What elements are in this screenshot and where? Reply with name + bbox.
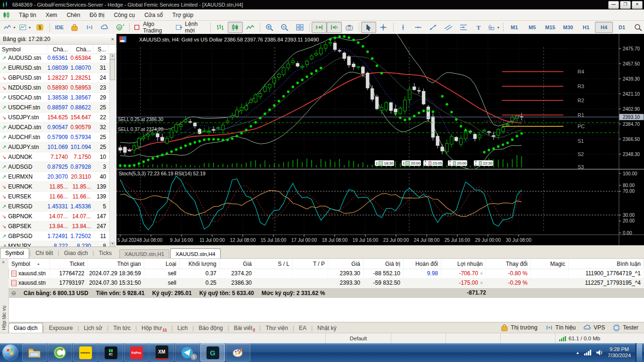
menu-item-3[interactable]: Đồ thị xyxy=(85,10,109,20)
toolbox-tab-7[interactable]: Bài viết2 xyxy=(229,323,259,333)
taskbar-app-telegram[interactable]: 5 xyxy=(175,344,199,362)
toolbox-tab-2[interactable]: Lịch sử xyxy=(79,323,107,333)
menu-item-2[interactable]: Chèn xyxy=(62,10,85,20)
mw-tab-0[interactable]: Symbol xyxy=(0,248,29,258)
shift-end-right-button[interactable] xyxy=(312,22,327,33)
scroll-up-icon[interactable]: ▲ xyxy=(110,54,115,59)
market-watch-row[interactable]: ↗AUDSGD0.879250.879283 xyxy=(0,162,110,172)
menu-item-0[interactable]: Tập tin xyxy=(14,10,41,20)
toolbox-tab-1[interactable]: Exposure xyxy=(44,323,78,333)
timeframe-m5[interactable]: M5 xyxy=(523,22,541,33)
trade-column-8[interactable]: Giá xyxy=(328,259,363,269)
fibo-button[interactable] xyxy=(456,22,471,33)
volume-icon[interactable] xyxy=(596,350,603,355)
menu-item-1[interactable]: Xem xyxy=(41,10,62,20)
new-order-button[interactable]: Lệnh mới xyxy=(173,22,208,33)
timeframe-h4[interactable]: H4 xyxy=(595,22,613,33)
market-watch-row[interactable]: ↗USDCHF.stn0.885970.8862225 xyxy=(0,103,110,113)
status-profile[interactable]: Default xyxy=(326,333,391,344)
tín-hiệu-button[interactable]: Tín hiệu xyxy=(545,324,576,331)
toolbox-tab-6[interactable]: Báo động xyxy=(194,323,227,333)
market-watch-row[interactable]: ↘GBPNOK14.07...14.07...147 xyxy=(0,212,110,222)
ide-button[interactable]: IDE xyxy=(52,22,67,33)
signals-button[interactable] xyxy=(82,22,97,33)
scroll-thumb[interactable] xyxy=(110,59,115,80)
cursor-button[interactable] xyxy=(361,22,376,33)
minimize-button[interactable]: — xyxy=(608,1,619,9)
menu-item-6[interactable]: Trợ giúp xyxy=(168,10,198,20)
menu-item-5[interactable]: Cửa sổ xyxy=(140,10,167,20)
chart-tab-0[interactable]: XAUUSD.stn,H1 xyxy=(119,249,169,259)
market-watch-row[interactable]: ↗EURSGD1.453311.453365 xyxy=(0,202,110,212)
shapes-button[interactable]: ▾ xyxy=(486,22,502,33)
toolbox-tab-10[interactable]: Nhật ký xyxy=(313,323,341,333)
chart-window-button[interactable]: ▾ xyxy=(17,22,33,33)
line-chart2-button[interactable] xyxy=(243,22,258,33)
market-watch-row[interactable]: ↗AUDCAD.stn0.905470.9057932 xyxy=(0,123,110,132)
market-bag-button[interactable] xyxy=(67,22,82,33)
market-watch-row[interactable]: ↗AUDUSD.stn0.653610.6538423 xyxy=(0,53,110,63)
market-watch-row[interactable]: ↘GBPSEK13.84...13.84...247 xyxy=(0,222,110,231)
chart-tab-1[interactable]: XAUUSD.stn,H4 xyxy=(170,248,220,259)
trade-column-2[interactable]: Thời gian xyxy=(88,259,144,269)
trade-column-12[interactable]: Thay đổi xyxy=(486,259,531,269)
timeframe-m15[interactable]: M15 xyxy=(541,22,559,33)
taskbar-app-coccoc[interactable] xyxy=(48,344,72,362)
trade-column-1[interactable]: Ticket xyxy=(50,259,88,269)
timeframe-h1[interactable]: H1 xyxy=(577,22,595,33)
one-click-trading-icon[interactable] xyxy=(129,36,136,42)
timeframe-m1[interactable]: M1 xyxy=(505,22,523,33)
timeframe-m30[interactable]: M30 xyxy=(559,22,577,33)
trade-column-5[interactable]: Giá xyxy=(220,259,255,269)
chart-area[interactable]: R4R3R2R1PCS1S2S3SELL 0.25 at 2386.30SELL… xyxy=(116,34,644,245)
restore-button[interactable]: ❐ xyxy=(620,1,631,9)
trade-column-3[interactable]: Loại xyxy=(144,259,180,269)
market-watch-header[interactable]: SymbolChà...Chà...S... xyxy=(0,45,116,54)
market-watch-row[interactable]: ↗AUDJPY.stn101.069101.09425 xyxy=(0,142,110,152)
market-watch-close-icon[interactable]: × xyxy=(111,36,114,42)
line-chart-button[interactable]: ▾ xyxy=(2,22,17,33)
event-tag[interactable]: 1 120:00 xyxy=(448,160,467,166)
search-button[interactable] xyxy=(631,22,644,33)
event-tag[interactable]: 1 123:05 xyxy=(423,160,443,166)
toolbox-tab-5[interactable]: Lịch xyxy=(173,323,192,333)
bars-chart-button[interactable] xyxy=(213,22,228,33)
trade-row[interactable]: xauusd.stn177647222024.07.29 18:36:59sel… xyxy=(8,269,644,278)
algo-trading-button[interactable]: Algo Trading xyxy=(132,22,173,33)
mw-column-header-2[interactable]: Chà... xyxy=(70,45,93,54)
market-watch-scrollbar[interactable]: ▲ ▼ xyxy=(109,53,116,248)
close-button[interactable]: ✕ xyxy=(632,1,643,9)
candles-chart-button[interactable] xyxy=(228,22,243,33)
trade-column-6[interactable]: S / L xyxy=(255,259,293,269)
taskbar-app-exness[interactable]: exness xyxy=(73,344,98,362)
toolbox-tab-3[interactable]: Tin tức xyxy=(108,323,135,333)
taskbar-app-explorer[interactable] xyxy=(22,344,47,362)
toolbox-tab-4[interactable]: Hộp thư11 xyxy=(137,323,171,333)
close-position-icon[interactable]: × xyxy=(480,271,483,276)
community-button[interactable]: @+ xyxy=(112,22,127,33)
trade-column-7[interactable]: T / P xyxy=(293,259,328,269)
zoom-out-button[interactable] xyxy=(277,22,292,33)
trade-column-4[interactable]: Khối lượng xyxy=(180,259,220,269)
price-chart[interactable]: R4R3R2R1PCS1S2S3SELL 0.25 at 2386.30SELL… xyxy=(116,34,644,245)
mw-column-header-3[interactable]: S... xyxy=(93,45,108,54)
taskbar-app-xm[interactable]: XM xyxy=(149,344,174,362)
menu-item-4[interactable]: Công cụ xyxy=(109,10,140,20)
market-watch-row[interactable]: ↗EURUSD.stn1.080391.0807031 xyxy=(0,63,110,73)
start-button[interactable] xyxy=(2,345,18,361)
market-watch-row[interactable]: ↗AUDCHF.stn0.579090.5793425 xyxy=(0,132,110,142)
shift-end-left-button[interactable] xyxy=(327,22,342,33)
clock[interactable]: 9:28 PM 7/30/2024 xyxy=(608,346,631,359)
trade-column-13[interactable]: Magic xyxy=(531,259,569,269)
mw-tab-1[interactable]: Chi tiết xyxy=(31,248,58,258)
trendline-button[interactable] xyxy=(426,22,441,33)
collapse-icon[interactable]: ⊖ xyxy=(11,290,16,296)
market-watch-row[interactable]: ↗EURMXN20.307020.311040 xyxy=(0,172,110,182)
market-watch-row[interactable]: ↘NZDUSD.stn0.589300.5895323 xyxy=(0,83,110,93)
show-desktop-button[interactable] xyxy=(636,343,642,362)
timeframe-d1[interactable]: D1 xyxy=(613,22,631,33)
event-tag[interactable]: 1 122:30 xyxy=(474,160,493,166)
event-tag[interactable]: 118:30 xyxy=(375,160,394,166)
taskbar-app-fxpro[interactable]: FxPro xyxy=(124,344,149,362)
mw-column-header-1[interactable]: Chà... xyxy=(47,45,70,54)
